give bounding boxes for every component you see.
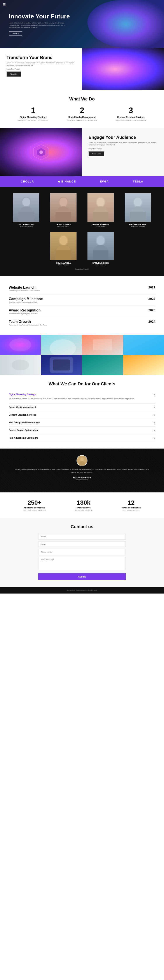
contact-email-input[interactable] bbox=[38, 541, 126, 547]
celia-name: CELIA ALMEDA bbox=[47, 262, 80, 264]
nat-photo-svg bbox=[13, 193, 39, 222]
accordion-header-3[interactable]: Content Creation Services ∨ bbox=[9, 414, 155, 417]
milestone-4-year: 2024 bbox=[148, 320, 155, 323]
milestone-2: Campaign Milestone Reaching 1 Million Im… bbox=[9, 294, 155, 306]
svg-rect-19 bbox=[130, 212, 146, 222]
milestone-4-sub: Welcoming 10 New Talented Professionals … bbox=[9, 324, 47, 326]
service-name-1: Digital Marketing Strategy bbox=[11, 116, 55, 118]
stat-label-1: PROJECTS COMPLETED bbox=[23, 507, 46, 509]
engage-image-credit: Image from Freepik bbox=[88, 148, 158, 150]
milestone-3-heading: Award Recognition bbox=[9, 309, 41, 312]
hamburger-menu[interactable]: ☰ bbox=[3, 3, 6, 7]
stat-item-1: 250+ PROJECTS COMPLETED Successful Campa… bbox=[23, 499, 46, 511]
services-row: 1 Digital Marketing Strategy Sample text… bbox=[9, 106, 155, 121]
accordion-header-6[interactable]: Paid Advertising Campaigns ∨ bbox=[9, 436, 155, 439]
accordion-chevron-4: ∨ bbox=[153, 421, 155, 424]
engage-body: At vero eos et accusam et justo duo dolo… bbox=[88, 142, 158, 146]
accordion-item-5: Search Engine Optimization ∨ bbox=[9, 426, 155, 434]
gallery-item-4 bbox=[123, 335, 164, 355]
service-name-2: Social Media Management bbox=[60, 116, 104, 118]
svg-rect-11 bbox=[55, 212, 71, 222]
gallery-svg-7 bbox=[82, 355, 123, 375]
accordion-item-6: Paid Advertising Campaigns ∨ bbox=[9, 434, 155, 442]
milestone-4-left: Team Growth Welcoming 10 New Talented Pr… bbox=[9, 320, 47, 326]
phoebe-photo-svg bbox=[125, 193, 151, 222]
team-photo-nat bbox=[13, 193, 39, 222]
svg-point-25 bbox=[97, 236, 104, 245]
gallery-item-3 bbox=[82, 335, 123, 355]
testimonial-name: Roxie Swanson bbox=[13, 476, 151, 479]
transform-about-button[interactable]: About Us bbox=[6, 72, 21, 76]
jennie-role: Vice President bbox=[84, 226, 117, 227]
team-member-jennie: JENNIE ROBERTS Vice President bbox=[84, 193, 117, 227]
services-accordion-section: What We Can Do for Our Clients Digital M… bbox=[0, 375, 164, 449]
accordion-header-4[interactable]: Web Design and Development ∨ bbox=[9, 421, 155, 424]
service-num-2: 2 bbox=[60, 106, 104, 115]
brand-tesla: TESLA bbox=[133, 180, 143, 183]
accordion-header-1[interactable]: Digital Marketing Strategy ∨ bbox=[9, 393, 155, 396]
testimonial-quote: "Ipsum pulvinar pellentesque habitant mo… bbox=[13, 468, 151, 474]
contact-message-input[interactable] bbox=[38, 557, 126, 570]
service-item-1: 1 Digital Marketing Strategy Sample text… bbox=[11, 106, 55, 121]
transform-body: At vero eos et accusam et justo duo dolo… bbox=[6, 62, 76, 67]
contact-title: Contact us bbox=[9, 524, 155, 529]
contact-phone-input[interactable] bbox=[38, 549, 126, 555]
stat-label-3: YEARS OF EXPERTISE bbox=[121, 507, 141, 509]
footer-text: Sample text. Click to select the Text El… bbox=[9, 589, 155, 591]
samuel-name: SAMUEL SCHICK bbox=[84, 262, 117, 264]
svg-rect-41 bbox=[123, 355, 164, 375]
stat-sub-3: Years in Digital Innovation bbox=[121, 509, 141, 511]
avatar-svg bbox=[77, 455, 87, 466]
testimonial-avatar bbox=[77, 455, 87, 466]
footer: Sample text. Click to select the Text El… bbox=[0, 587, 164, 593]
svg-rect-15 bbox=[93, 212, 109, 222]
milestone-2-sub: Reaching 1 Million Impressions in a Mont… bbox=[9, 301, 43, 303]
team-section: NAT REYNOLDS Accountant/Auditor FRANK KI… bbox=[0, 187, 164, 276]
accordion-header-5[interactable]: Search Engine Optimization ∨ bbox=[9, 429, 155, 432]
brand-binance: ◈ BINANCE bbox=[58, 180, 76, 183]
accordion-chevron-3: ∨ bbox=[153, 414, 155, 417]
celia-photo-svg bbox=[50, 232, 77, 260]
team-image-credit: Image from Freepik bbox=[9, 268, 155, 270]
stat-item-3: 12 YEARS OF EXPERTISE Years in Digital I… bbox=[121, 499, 141, 511]
service-item-3: 3 Content Creation Services Sample text.… bbox=[109, 106, 153, 121]
hero-cta-button[interactable]: Contacts bbox=[9, 31, 22, 35]
svg-rect-40 bbox=[82, 355, 123, 375]
nat-role: Accountant/Auditor bbox=[10, 226, 43, 227]
frank-name: FRANK KINNEY bbox=[47, 223, 80, 226]
service-name-3: Content Creation Services bbox=[109, 116, 153, 118]
team-grid: NAT REYNOLDS Accountant/Auditor FRANK KI… bbox=[9, 193, 155, 266]
svg-point-17 bbox=[134, 197, 142, 207]
gallery-svg-8 bbox=[123, 355, 164, 375]
accordion-label-3: Content Creation Services bbox=[9, 414, 36, 416]
stat-sub-1: Successful Campaigns Delivered bbox=[23, 509, 46, 511]
brands-bar: CROLLA ◈ BINANCE EVGA TESLA bbox=[0, 177, 164, 187]
accordion-item-2: Social Media Management ∨ bbox=[9, 404, 155, 411]
transform-shape bbox=[82, 48, 164, 90]
transform-right-image bbox=[82, 48, 164, 90]
gallery-section bbox=[0, 335, 164, 375]
milestone-4: Team Growth Welcoming 10 New Talented Pr… bbox=[9, 317, 155, 328]
service-item-2: 2 Social Media Management Sample text. C… bbox=[60, 106, 104, 121]
celia-role: Office Manager bbox=[47, 264, 80, 266]
stat-sub-2: Brands Partnering with Us bbox=[75, 509, 93, 511]
accordion-item-4: Web Design and Development ∨ bbox=[9, 419, 155, 426]
milestone-3: Award Recognition Honored as Best Digita… bbox=[9, 306, 155, 317]
milestone-1-year: 2021 bbox=[148, 286, 155, 289]
team-member-phoebe: PHOEBE NELSON Advertising Manager bbox=[121, 193, 154, 227]
team-member-frank: FRANK KINNEY Financial Director bbox=[47, 193, 80, 227]
what-we-do-section: What We Do 1 Digital Marketing Strategy … bbox=[0, 90, 164, 128]
service-num-3: 3 bbox=[109, 106, 153, 115]
engage-read-more-button[interactable]: Read More bbox=[88, 151, 104, 156]
contact-form: Submit bbox=[38, 534, 126, 580]
accordion-label-5: Search Engine Optimization bbox=[9, 429, 38, 431]
contact-name-input[interactable] bbox=[38, 534, 126, 539]
milestone-3-left: Award Recognition Honored as Best Digita… bbox=[9, 309, 41, 314]
contact-submit-button[interactable]: Submit bbox=[38, 573, 126, 580]
gallery-svg-4 bbox=[123, 335, 164, 355]
phoebe-name: PHOEBE NELSON bbox=[121, 223, 154, 226]
accordion-header-2[interactable]: Social Media Management ∨ bbox=[9, 406, 155, 409]
stat-label-2: HAPPY CLIENTS bbox=[75, 507, 93, 509]
service-desc-2: Sample text. Click to select the Text El… bbox=[60, 119, 104, 121]
accordion-item-3: Content Creation Services ∨ bbox=[9, 411, 155, 419]
